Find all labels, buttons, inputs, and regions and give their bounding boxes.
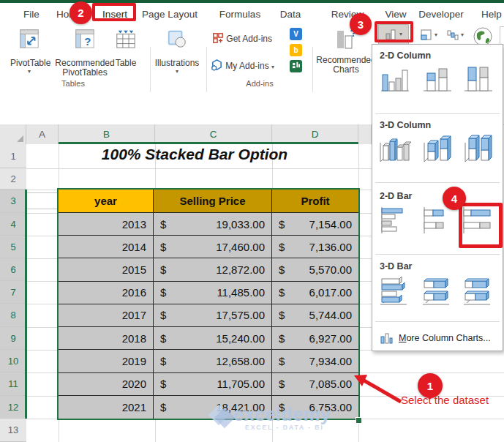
cell-year[interactable]: 2016 xyxy=(59,282,154,304)
row-header-10[interactable]: 10 xyxy=(0,350,26,372)
insert-waterfall-chart-button[interactable]: ▾ xyxy=(440,26,470,45)
people-graph-addin-icon[interactable] xyxy=(290,60,302,72)
pivottable-label: PivotTable xyxy=(10,59,48,68)
illustrations-icon xyxy=(166,28,188,50)
row-header-12[interactable]: 12 xyxy=(0,396,26,419)
column-header-b[interactable]: B xyxy=(59,124,155,144)
cell-profit[interactable]: $5,570.00 xyxy=(272,258,358,281)
pivottable-icon xyxy=(18,28,40,50)
column-header-partial xyxy=(358,124,372,144)
cell-profit[interactable]: $6,927.00 xyxy=(272,327,358,350)
chart-option-clustered-bar[interactable] xyxy=(377,204,412,236)
watermark-tagline: EXCEL - DATA - BI xyxy=(245,424,324,431)
data-table[interactable]: year Selling Price Profit 2013 $19,033.0… xyxy=(57,188,360,420)
cell-year[interactable]: 2020 xyxy=(59,373,154,396)
row-header-5[interactable]: 5 xyxy=(0,236,26,258)
cell-year[interactable]: 2013 xyxy=(59,213,154,236)
partial-ribbon-button xyxy=(500,26,504,45)
section-3d-bar-title: 3-D Bar xyxy=(380,261,412,271)
cell-profit[interactable]: $7,085.00 xyxy=(272,373,358,396)
menu-divider xyxy=(375,113,500,114)
cell-selling[interactable]: $11,705.00 xyxy=(154,373,272,396)
waterfall-chart-icon xyxy=(446,29,459,42)
chart-option-3d-clustered-column[interactable] xyxy=(377,133,412,165)
cell-year[interactable]: 2015 xyxy=(59,258,154,281)
chart-option-stacked-column[interactable] xyxy=(419,64,454,96)
chart-option-3d-100-stacked-bar[interactable] xyxy=(460,274,495,307)
currency-symbol: $ xyxy=(279,263,285,276)
row-header-2[interactable]: 2 xyxy=(0,168,26,190)
cell-profit[interactable]: $7,154.00 xyxy=(272,213,358,236)
cell-profit[interactable]: $6,017.00 xyxy=(272,282,358,304)
select-dataset-arrow xyxy=(351,370,418,408)
tab-page-layout[interactable]: Page Layout xyxy=(142,7,198,23)
visio-addin-icon[interactable]: V xyxy=(290,28,302,40)
column-header-c[interactable]: C xyxy=(155,124,272,144)
currency-symbol: $ xyxy=(160,401,166,413)
row-header-7[interactable]: 7 xyxy=(0,281,26,304)
chart-option-clustered-column[interactable] xyxy=(377,64,412,96)
row-header-4[interactable]: 4 xyxy=(0,213,26,236)
chart-option-3d-clustered-bar[interactable] xyxy=(377,274,412,307)
fill-handle[interactable] xyxy=(356,417,362,424)
table-row: 2013 $19,033.00 $7,154.00 xyxy=(59,213,358,236)
watermark-brand: exceldemy xyxy=(233,403,331,426)
cell-selling[interactable]: $17,575.00 xyxy=(154,304,272,327)
more-column-charts-item[interactable]: More Column Charts... xyxy=(380,330,501,346)
cell-selling[interactable]: $19,033.00 xyxy=(154,213,272,236)
step2-highlight-box xyxy=(92,3,136,21)
cell-year[interactable]: 2014 xyxy=(59,236,154,258)
cell-year[interactable]: 2019 xyxy=(59,350,154,372)
row-header-9[interactable]: 9 xyxy=(0,327,26,350)
header-cell-selling-price[interactable]: Selling Price xyxy=(154,190,272,213)
tab-formulas[interactable]: Formulas xyxy=(219,7,260,23)
table-row: 2014 $17,460.00 $7,136.00 xyxy=(59,236,358,258)
select-all-corner[interactable] xyxy=(0,124,26,144)
table-row: 2015 $12,872.00 $5,570.00 xyxy=(59,258,358,281)
bing-maps-addin-icon[interactable]: b xyxy=(290,44,302,56)
chart-option-3d-100-stacked-column[interactable] xyxy=(460,133,495,165)
cell-year[interactable]: 2021 xyxy=(59,396,154,419)
my-addins-icon xyxy=(211,59,223,71)
tab-data[interactable]: Data xyxy=(280,7,301,23)
cell-selling[interactable]: $12,658.00 xyxy=(154,350,272,372)
row-header-11[interactable]: 11 xyxy=(0,372,26,396)
row-header-8[interactable]: 8 xyxy=(0,304,26,327)
row-header-6[interactable]: 6 xyxy=(0,258,26,281)
header-cell-profit[interactable]: Profit xyxy=(272,190,358,213)
more-column-charts-label: More Column Charts... xyxy=(399,333,491,343)
cell-selling[interactable]: $12,872.00 xyxy=(154,258,272,281)
menu-divider xyxy=(375,254,500,255)
cell-profit[interactable]: $7,934.00 xyxy=(272,350,358,372)
my-addins-label: My Add-ins xyxy=(225,61,268,71)
tab-help[interactable]: Help xyxy=(481,7,502,23)
row-header-13[interactable]: 13 xyxy=(0,419,26,442)
cell-profit[interactable]: $7,136.00 xyxy=(272,236,358,258)
currency-symbol: $ xyxy=(279,218,285,231)
cell-year[interactable]: 2018 xyxy=(59,327,154,350)
selected-rows-indicator xyxy=(25,190,27,419)
section-2d-column-title: 2-D Column xyxy=(380,50,431,61)
row-header-1[interactable]: 1 xyxy=(0,144,26,168)
cell-profit[interactable]: $5,744.00 xyxy=(272,304,358,327)
cell-selling[interactable]: $11,485.00 xyxy=(154,282,272,304)
chart-option-3d-stacked-column[interactable] xyxy=(419,133,454,165)
cell-selling[interactable]: $17,460.00 xyxy=(154,236,272,258)
chart-option-100-stacked-column[interactable] xyxy=(460,64,495,96)
row-header-3[interactable]: 3 xyxy=(0,190,26,213)
header-cell-year[interactable]: year xyxy=(59,190,154,213)
column-header-d[interactable]: D xyxy=(272,124,358,144)
tab-developer[interactable]: Developer xyxy=(418,7,464,23)
chart-option-3d-stacked-bar[interactable] xyxy=(419,274,454,307)
currency-symbol: $ xyxy=(160,218,166,231)
cell-selling[interactable]: $15,240.00 xyxy=(154,327,272,350)
insert-hierarchy-chart-button[interactable]: ▾ xyxy=(414,26,443,45)
column-header-a[interactable]: A xyxy=(26,124,59,144)
cell-year[interactable]: 2017 xyxy=(59,304,154,327)
get-addins-button[interactable]: Get Add-ins xyxy=(212,32,272,44)
select-all-triangle xyxy=(17,135,23,142)
tab-file[interactable]: File xyxy=(23,7,40,23)
chevron-down-icon: ▾ xyxy=(461,32,464,38)
my-addins-button[interactable]: My Add-ins ▾ xyxy=(211,59,274,71)
step3-badge: 3 xyxy=(350,13,372,35)
